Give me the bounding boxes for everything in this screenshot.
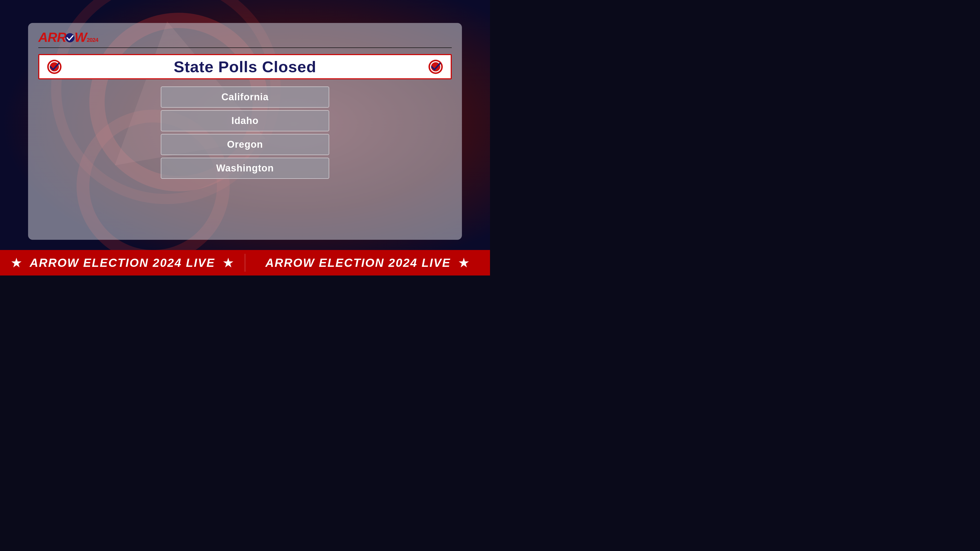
header-banner: State Polls Closed xyxy=(38,54,452,79)
ticker-content: ★ ARROW ELECTION 2024 LIVE ★ ARROW ELECT… xyxy=(0,254,490,272)
logo-area: ARR W2024 xyxy=(38,30,452,48)
logo-checkmark xyxy=(65,30,75,44)
ticker-text-2: ARROW ELECTION 2024 LIVE xyxy=(266,256,451,270)
state-list: California Idaho Oregon Washington xyxy=(38,86,452,179)
logo-brand: A xyxy=(38,30,48,44)
state-item-idaho: Idaho xyxy=(161,110,329,131)
state-item-washington: Washington xyxy=(161,158,329,179)
ticker-star-middle: ★ xyxy=(222,255,234,270)
vote-checkmark-left xyxy=(45,58,63,76)
state-item-california: California xyxy=(161,86,329,108)
ticker-text-1: ARROW ELECTION 2024 LIVE xyxy=(30,256,215,270)
vote-icon-right xyxy=(427,58,445,76)
ticker-star-left: ★ xyxy=(11,255,22,270)
state-name: California xyxy=(221,92,269,102)
state-name: Washington xyxy=(216,163,274,173)
ticker-star-right: ★ xyxy=(458,255,470,270)
vote-icon-left xyxy=(45,58,63,76)
logo-year: 2024 xyxy=(87,37,98,43)
ticker-segment-2: ARROW ELECTION 2024 LIVE ★ xyxy=(245,255,490,270)
vote-checkmark-right xyxy=(427,58,445,76)
logo-text: ARR W2024 xyxy=(38,30,98,44)
ticker-segment-1: ★ ARROW ELECTION 2024 LIVE ★ xyxy=(0,255,245,270)
main-card: ARR W2024 State Polls Closed xyxy=(28,23,462,240)
state-item-oregon: Oregon xyxy=(161,134,329,155)
state-name: Oregon xyxy=(227,139,263,150)
state-name: Idaho xyxy=(231,115,259,126)
logo-check-icon xyxy=(65,33,75,43)
ticker-bar: ★ ARROW ELECTION 2024 LIVE ★ ARROW ELECT… xyxy=(0,250,490,275)
header-title: State Polls Closed xyxy=(63,58,427,76)
